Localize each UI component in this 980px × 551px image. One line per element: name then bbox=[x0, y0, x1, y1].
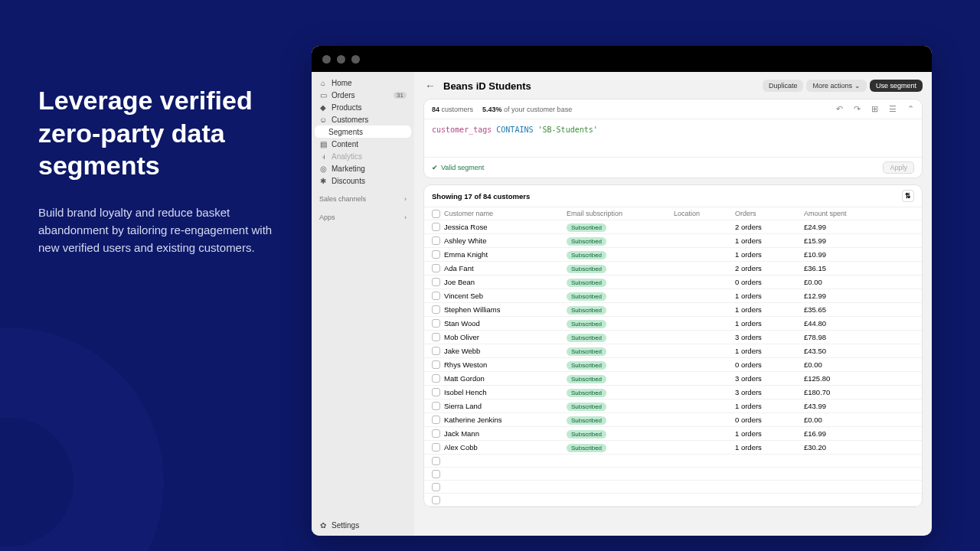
table-summary: Showing 17 of 84 customers bbox=[432, 192, 530, 201]
subscribed-pill: Subscribed bbox=[567, 334, 606, 342]
marketing-headline: Leverage verified zero-party data segmen… bbox=[38, 84, 276, 182]
redo-icon[interactable]: ↷ bbox=[854, 104, 861, 114]
table-row-empty bbox=[424, 481, 922, 494]
sidebar-item-label: Products bbox=[332, 103, 361, 112]
row-checkbox[interactable] bbox=[432, 496, 440, 504]
row-checkbox[interactable] bbox=[432, 319, 440, 328]
subscribed-pill: Subscribed bbox=[567, 430, 606, 439]
use-segment-button[interactable]: Use segment bbox=[870, 80, 923, 92]
row-checkbox[interactable] bbox=[432, 278, 440, 286]
select-all-checkbox[interactable] bbox=[432, 210, 440, 218]
row-checkbox[interactable] bbox=[432, 443, 440, 452]
table-row[interactable]: Joe BeanSubscribed0 orders£0.00 bbox=[424, 276, 922, 289]
cell-amount: £35.65 bbox=[804, 305, 888, 314]
sort-button[interactable]: ⇅ bbox=[902, 190, 914, 202]
sidebar-item-customers[interactable]: ☺ Customers bbox=[315, 113, 411, 126]
row-checkbox[interactable] bbox=[432, 429, 440, 438]
row-checkbox[interactable] bbox=[432, 402, 440, 410]
row-checkbox[interactable] bbox=[432, 333, 440, 341]
cell-orders: 1 orders bbox=[735, 402, 804, 410]
table-row[interactable]: Ashley WhiteSubscribed1 orders£15.99 bbox=[424, 234, 922, 248]
table-row[interactable]: Jessica RoseSubscribed2 orders£24.99 bbox=[424, 220, 922, 234]
sidebar-item-discounts[interactable]: ✱ Discounts bbox=[315, 174, 411, 187]
subscribed-pill: Subscribed bbox=[567, 375, 606, 383]
sidebar-section-sales[interactable]: Sales channels › bbox=[315, 193, 411, 205]
table-row[interactable]: Isobel HenchSubscribed3 orders£180.70 bbox=[424, 386, 922, 399]
back-button[interactable]: ← bbox=[423, 79, 437, 93]
cell-amount: £125.80 bbox=[804, 374, 888, 383]
sidebar-item-home[interactable]: ⌂ Home bbox=[315, 77, 411, 89]
table-row[interactable]: Rhys WestonSubscribed0 orders£0.00 bbox=[424, 358, 922, 372]
more-actions-button[interactable]: More actions⌄ bbox=[806, 80, 867, 92]
chevron-up-icon[interactable]: ⌃ bbox=[907, 104, 914, 114]
sidebar-item-label: Segments bbox=[328, 128, 363, 136]
filter-icon[interactable]: ☰ bbox=[889, 104, 897, 114]
table-row-empty bbox=[424, 468, 922, 481]
template-icon[interactable]: ⊞ bbox=[871, 104, 878, 114]
sidebar-item-products[interactable]: ◆ Products bbox=[315, 101, 411, 113]
sidebar-item-orders[interactable]: ▭ Orders 31 bbox=[315, 89, 411, 101]
table-row[interactable]: Jack MannSubscribed1 orders£16.99 bbox=[424, 427, 922, 441]
cell-orders: 1 orders bbox=[735, 292, 804, 300]
sidebar-section-apps[interactable]: Apps › bbox=[315, 211, 411, 223]
row-checkbox[interactable] bbox=[432, 236, 440, 245]
content-icon: ▤ bbox=[319, 140, 327, 148]
sidebar-item-settings[interactable]: ✿ Settings bbox=[315, 519, 411, 531]
table-row[interactable]: Stephen WilliamsSubscribed1 orders£35.65 bbox=[424, 303, 922, 317]
cell-amount: £0.00 bbox=[804, 278, 888, 286]
row-checkbox[interactable] bbox=[432, 374, 440, 383]
table-row[interactable]: Mob OliverSubscribed3 orders£78.98 bbox=[424, 331, 922, 344]
table-row[interactable]: Ada FantSubscribed2 orders£36.15 bbox=[424, 262, 922, 276]
app-window: ⌂ Home ▭ Orders 31 ◆ Products ☺ Customer… bbox=[312, 46, 932, 536]
cell-name: Jack Mann bbox=[444, 429, 567, 438]
table-row[interactable]: Emma KnightSubscribed1 orders£10.99 bbox=[424, 248, 922, 262]
sidebar-item-label: Home bbox=[332, 79, 352, 87]
row-checkbox[interactable] bbox=[432, 250, 440, 259]
table-row[interactable]: Jake WebbSubscribed1 orders£43.50 bbox=[424, 344, 922, 358]
table-row[interactable]: Vincent SebSubscribed1 orders£12.99 bbox=[424, 289, 922, 303]
sidebar-item-label: Orders bbox=[332, 91, 355, 99]
row-checkbox[interactable] bbox=[432, 416, 440, 424]
row-checkbox[interactable] bbox=[432, 292, 440, 300]
window-max-dot[interactable] bbox=[351, 55, 360, 64]
row-checkbox[interactable] bbox=[432, 388, 440, 396]
cell-orders: 1 orders bbox=[735, 319, 804, 328]
sidebar-item-marketing[interactable]: ◎ Marketing bbox=[315, 162, 411, 174]
row-checkbox[interactable] bbox=[432, 360, 440, 369]
row-checkbox[interactable] bbox=[432, 483, 440, 491]
table-row[interactable]: Stan WoodSubscribed1 orders£44.80 bbox=[424, 317, 922, 331]
table-row[interactable]: Katherine JenkinsSubscribed0 orders£0.00 bbox=[424, 413, 922, 427]
table-row[interactable]: Matt GordonSubscribed3 orders£125.80 bbox=[424, 372, 922, 386]
undo-icon[interactable]: ↶ bbox=[836, 104, 843, 114]
duplicate-button[interactable]: Duplicate bbox=[763, 80, 804, 92]
row-checkbox[interactable] bbox=[432, 347, 440, 355]
subscribed-pill: Subscribed bbox=[567, 403, 606, 411]
sidebar-item-analytics[interactable]: ⫞ Analytics bbox=[315, 150, 411, 162]
analytics-icon: ⫞ bbox=[319, 152, 327, 160]
sidebar-item-segments[interactable]: Segments bbox=[315, 126, 411, 138]
cell-name: Ada Fant bbox=[444, 264, 567, 272]
cell-amount: £30.20 bbox=[804, 443, 888, 452]
home-icon: ⌂ bbox=[319, 79, 327, 86]
table-row[interactable]: Sierra LandSubscribed1 orders£43.99 bbox=[424, 399, 922, 413]
row-checkbox[interactable] bbox=[432, 457, 440, 465]
row-checkbox[interactable] bbox=[432, 305, 440, 314]
window-min-dot[interactable] bbox=[337, 55, 345, 64]
apply-button[interactable]: Apply bbox=[883, 161, 914, 174]
row-checkbox[interactable] bbox=[432, 470, 440, 478]
query-editor[interactable]: customer_tags CONTAINS 'SB-Students' bbox=[424, 119, 922, 157]
sidebar-item-label: Analytics bbox=[332, 152, 362, 161]
tag-icon: ◆ bbox=[319, 103, 327, 111]
cell-name: Mob Oliver bbox=[444, 333, 567, 341]
row-checkbox[interactable] bbox=[432, 264, 440, 272]
cell-amount: £43.50 bbox=[804, 347, 888, 355]
cell-name: Vincent Seb bbox=[444, 292, 567, 300]
cell-amount: £43.99 bbox=[804, 402, 888, 410]
sidebar-item-content[interactable]: ▤ Content bbox=[315, 138, 411, 150]
window-close-dot[interactable] bbox=[322, 55, 331, 64]
table-row[interactable]: Alex CobbSubscribed1 orders£30.20 bbox=[424, 441, 922, 455]
target-icon: ◎ bbox=[319, 165, 327, 172]
cell-amount: £0.00 bbox=[804, 360, 888, 369]
col-location: Location bbox=[674, 210, 735, 217]
row-checkbox[interactable] bbox=[432, 223, 440, 231]
